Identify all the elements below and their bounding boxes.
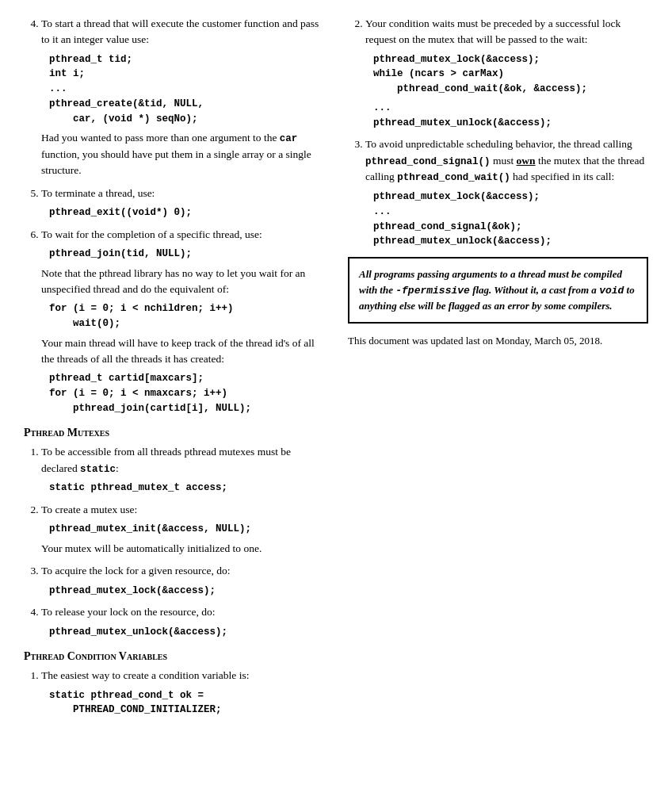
mutex-item-1: To be accessible from all threads pthrea… (41, 444, 324, 496)
condvar-code-1: static pthread_cond_t ok = PTHREAD_COND_… (49, 688, 324, 718)
code-create2: car, (void *) seqNo); (73, 113, 198, 124)
mutex-item-2: To create a mutex use: pthread_mutex_ini… (41, 502, 324, 557)
item6-note1: Note that the pthread library has no way… (41, 266, 324, 298)
right-code-3: pthread_mutex_lock(&access); ... pthread… (373, 190, 648, 249)
right-item3-text: To avoid unpredictable scheduling behavi… (365, 136, 648, 186)
list-item-4: To start a thread that will execute the … (41, 16, 324, 179)
left-column: To start a thread that will execute the … (24, 16, 324, 724)
list-item-6: To wait for the completion of a specific… (41, 227, 324, 416)
mutex-code-2: pthread_mutex_init(&access, NULL); (49, 522, 324, 537)
item4-label: To start a thread that will execute the … (41, 17, 319, 45)
code-tid: pthread_t tid; (49, 54, 132, 65)
item6-label: To wait for the completion of a specific… (41, 228, 262, 240)
code-block-6b: for (i = 0; i < nchildren; i++) wait(0); (49, 301, 324, 331)
code-block-6c: pthread_t cartid[maxcars]; for (i = 0; i… (49, 371, 324, 416)
mutex-note-2: Your mutex will be automatically initial… (41, 541, 324, 557)
right-code-2: pthread_mutex_lock(&access); while (ncar… (373, 52, 648, 97)
right-item-3: To avoid unpredictable scheduling behavi… (365, 136, 648, 249)
code-int: int i; (49, 68, 85, 79)
right-item-2: Your condition waits must be preceded by… (365, 16, 648, 130)
notice-box: All programs passing arguments to a thre… (348, 257, 648, 324)
footer-text: This document was updated last on Monday… (348, 333, 648, 349)
mutex-code-3: pthread_mutex_lock(&access); (49, 584, 324, 599)
mutex-item-3: To acquire the lock for a given resource… (41, 563, 324, 598)
right-code-2b: ... pthread_mutex_unlock(&access); (373, 101, 648, 131)
pthread-mutexes-header: Pthread Mutexes (24, 427, 324, 439)
code-block-4a: pthread_t tid; int i; ... pthread_create… (49, 52, 324, 127)
code-block-6a: pthread_join(tid, NULL); (49, 247, 324, 262)
ellipsis-1: ... (49, 83, 67, 94)
code-block-5: pthread_exit((void*) 0); (49, 205, 324, 220)
mutex-code-4: pthread_mutex_unlock(&access); (49, 625, 324, 640)
pthread-condvar-header: Pthread Condition Variables (24, 650, 324, 663)
item5-label: To terminate a thread, use: (41, 187, 155, 199)
right-column: Your condition waits must be preceded by… (348, 16, 648, 724)
mutex-item-4: To release your lock on the resource, do… (41, 604, 324, 639)
item4-note: Had you wanted to pass more than one arg… (41, 130, 324, 178)
list-item-5: To terminate a thread, use: pthread_exit… (41, 186, 324, 220)
notice-text: All programs passing arguments to a thre… (359, 266, 637, 314)
condvar-item-1: The easiest way to create a condition va… (41, 668, 324, 718)
mutex-code-1: static pthread_mutex_t access; (49, 481, 324, 496)
code-create1: pthread_create(&tid, NULL, (49, 98, 204, 109)
item6-note2: Your main thread will have to keep track… (41, 335, 324, 368)
